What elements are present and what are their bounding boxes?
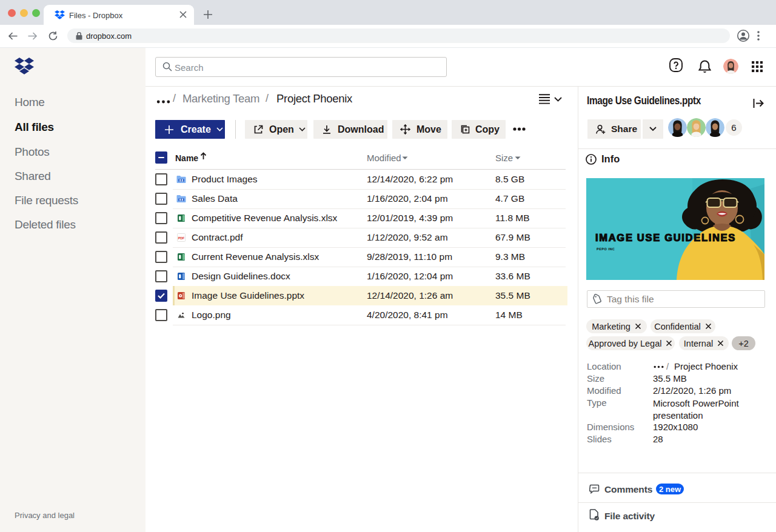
svg-text:PEPO INC: PEPO INC <box>597 247 615 251</box>
svg-text:IMAGE USE GUIDELINES: IMAGE USE GUIDELINES <box>595 232 736 243</box>
svg-text:PDF: PDF <box>178 236 184 240</box>
